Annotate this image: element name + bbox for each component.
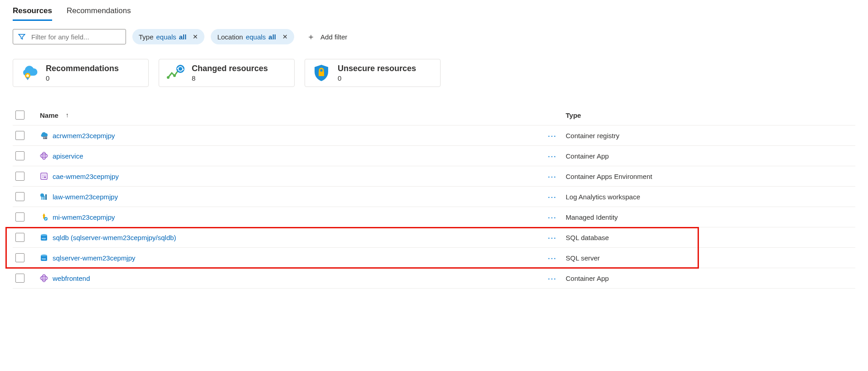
pill-location-op: equals <box>246 33 266 41</box>
row-checkbox[interactable] <box>15 233 24 242</box>
cloud-badge-icon <box>20 64 39 82</box>
resource-type: SQL server <box>566 254 855 262</box>
column-name-label: Name <box>40 111 58 119</box>
row-checkbox[interactable] <box>15 172 24 181</box>
pill-type[interactable]: Type equals all ✕ <box>132 29 204 44</box>
svg-rect-9 <box>44 138 45 138</box>
resource-type-icon <box>40 131 48 140</box>
resource-type-icon: SQL <box>40 233 48 241</box>
column-header-name[interactable]: Name ↑ <box>40 111 538 119</box>
resource-link[interactable]: sqlserver-wmem23cepmjpy <box>53 254 136 262</box>
resource-link[interactable]: webfrontend <box>53 275 90 282</box>
add-filter-label: Add filter <box>320 33 347 41</box>
resource-type-icon <box>40 193 48 201</box>
row-more-icon[interactable]: ··· <box>548 255 557 260</box>
row-checkbox[interactable] <box>15 274 24 283</box>
row-checkbox[interactable] <box>15 131 24 140</box>
tile-unsecure-title: Unsecure resources <box>338 64 416 73</box>
resource-link[interactable]: apiservice <box>53 152 83 160</box>
tab-resources[interactable]: Resources <box>13 3 52 21</box>
row-checkbox[interactable] <box>15 212 24 222</box>
table-body: acrwmem23cepmjpy···Container registryapi… <box>13 125 855 289</box>
resource-link[interactable]: acrwmem23cepmjpy <box>53 132 115 140</box>
resource-type-icon <box>40 213 48 221</box>
resource-link[interactable]: mi-wmem23cepmjpy <box>53 213 115 221</box>
svg-point-2 <box>167 76 170 79</box>
filter-input[interactable] <box>30 33 121 41</box>
table-row: SQLsqlserver-wmem23cepmjpy···SQL server <box>13 248 855 268</box>
resource-type: Container Apps Environment <box>566 173 855 180</box>
row-more-icon[interactable]: ··· <box>548 133 557 138</box>
changed-resources-icon <box>166 64 184 82</box>
plus-icon: ＋ <box>307 33 315 41</box>
svg-rect-15 <box>44 174 46 176</box>
row-checkbox[interactable] <box>15 253 24 262</box>
column-header-type[interactable]: Type <box>566 111 855 119</box>
row-more-icon[interactable]: ··· <box>548 276 557 280</box>
table-row: acrwmem23cepmjpy···Container registry <box>13 125 855 146</box>
pill-type-op: equals <box>156 33 176 41</box>
pill-location[interactable]: Location equals all ✕ <box>211 29 294 44</box>
summary-tiles: Recommendations 0 Changed resources 8 Un… <box>13 59 855 87</box>
resource-type: Container App <box>566 275 855 282</box>
resource-type: Container App <box>566 152 855 160</box>
tile-changed[interactable]: Changed resources 8 <box>159 59 295 87</box>
resource-type: Managed Identity <box>566 213 855 221</box>
resource-link[interactable]: sqldb (sqlserver-wmem23cepmjpy/sqldb) <box>53 234 176 241</box>
tile-recommendations-title: Recommendations <box>46 64 119 73</box>
svg-text:SQL: SQL <box>42 237 47 240</box>
table-row: cae-wmem23cepmjpy···Container Apps Envir… <box>13 166 855 187</box>
tab-recommendations[interactable]: Recommendations <box>67 3 131 21</box>
pill-location-val: all <box>268 33 276 41</box>
svg-rect-16 <box>42 177 44 178</box>
svg-rect-21 <box>45 194 47 200</box>
table-row: apiservice···Container App <box>13 146 855 166</box>
svg-rect-20 <box>44 196 45 200</box>
select-all-checkbox[interactable] <box>15 111 24 120</box>
resource-type: Log Analytics workspace <box>566 193 855 201</box>
resource-type-icon: SQL <box>40 254 48 262</box>
table-row: SQLsqldb (sqlserver-wmem23cepmjpy/sqldb)… <box>13 227 855 248</box>
pill-type-prefix: Type <box>139 33 154 41</box>
tile-changed-count: 8 <box>192 74 268 82</box>
svg-rect-8 <box>45 137 47 137</box>
row-more-icon[interactable]: ··· <box>548 235 557 240</box>
svg-point-1 <box>26 74 29 77</box>
svg-point-27 <box>41 255 47 256</box>
table-header: Name ↑ Type <box>13 105 855 125</box>
pill-type-val: all <box>179 33 187 41</box>
filter-bar: Type equals all ✕ Location equals all ✕ … <box>13 29 855 44</box>
svg-rect-7 <box>44 137 45 137</box>
pill-type-clear-icon[interactable]: ✕ <box>193 33 198 40</box>
resource-type-icon <box>40 152 48 160</box>
table-row: law-wmem23cepmjpy···Log Analytics worksp… <box>13 187 855 207</box>
resource-type: Container registry <box>566 132 855 140</box>
tile-recommendations[interactable]: Recommendations 0 <box>13 59 149 87</box>
pill-location-clear-icon[interactable]: ✕ <box>282 33 288 40</box>
svg-rect-12 <box>43 154 46 158</box>
resource-link[interactable]: law-wmem23cepmjpy <box>53 193 118 201</box>
svg-point-24 <box>41 234 47 236</box>
row-more-icon[interactable]: ··· <box>548 154 557 158</box>
row-checkbox[interactable] <box>15 151 24 160</box>
filter-input-wrap[interactable] <box>13 29 126 44</box>
row-more-icon[interactable]: ··· <box>548 194 557 199</box>
tile-recommendations-count: 0 <box>46 74 119 82</box>
svg-text:SQL: SQL <box>42 258 47 260</box>
tile-unsecure[interactable]: Unsecure resources 0 <box>305 59 441 87</box>
row-checkbox[interactable] <box>15 192 24 201</box>
row-more-icon[interactable]: ··· <box>548 215 557 219</box>
shield-lock-icon <box>312 64 330 82</box>
svg-rect-5 <box>319 72 324 76</box>
resource-link[interactable]: cae-wmem23cepmjpy <box>53 173 119 180</box>
svg-point-3 <box>173 74 176 77</box>
svg-rect-19 <box>41 197 43 200</box>
table-row: webfrontend···Container App <box>13 268 855 289</box>
table-row: mi-wmem23cepmjpy···Managed Identity <box>13 207 855 227</box>
resource-type-icon <box>40 274 48 282</box>
add-filter-button[interactable]: ＋ Add filter <box>301 29 355 44</box>
pill-location-prefix: Location <box>217 33 243 41</box>
resource-type: SQL database <box>566 234 855 241</box>
svg-rect-31 <box>43 277 46 280</box>
row-more-icon[interactable]: ··· <box>548 174 557 178</box>
